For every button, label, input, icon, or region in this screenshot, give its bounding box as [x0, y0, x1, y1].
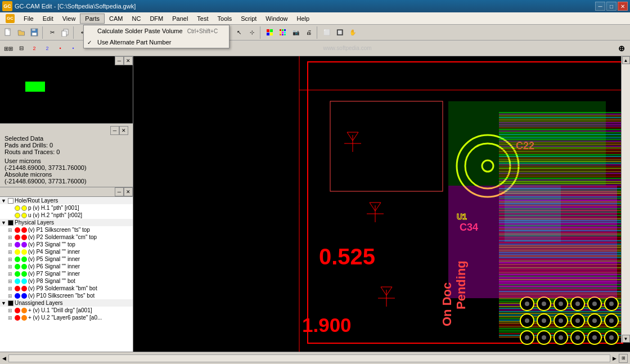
layer-label-p2: (v) P2 Soldermask "cm" top	[28, 234, 97, 240]
layer-grid2-button[interactable]	[277, 26, 289, 39]
minimize-button[interactable]: ─	[595, 2, 605, 11]
left-panel: ─ ✕ ─ ✕ Selected Data Pads and Drills: 0…	[0, 56, 133, 352]
vertical-scrollbar[interactable]: ▲ ▼	[621, 56, 630, 343]
layer-item-p2[interactable]: ⊞ (v) P2 Soldermask "cm" top	[0, 233, 133, 241]
scroll-right-btn[interactable]: ▶	[613, 356, 616, 361]
menu-script[interactable]: Script	[236, 14, 261, 23]
layer-item-p7[interactable]: ⊞ (v) P7 Signal "" inner	[0, 270, 133, 277]
pcb-canvas[interactable]: ▲ ▼	[133, 56, 630, 352]
preview-close-btn[interactable]: ✕	[124, 56, 133, 65]
layer-label-p1: (v) P1 Silkscreen "ts" top	[28, 227, 90, 233]
coords-1: (-21448.69000, 37731.76000)	[4, 164, 128, 171]
menu-parts[interactable]: Parts	[80, 14, 105, 24]
layer-color2	[21, 257, 27, 262]
main-area: ─ ✕ ─ ✕ Selected Data Pads and Drills: 0…	[0, 56, 630, 352]
select-region-button[interactable]: ⬜	[321, 26, 333, 39]
camera-icon[interactable]: 📷	[290, 26, 302, 39]
menu-cam[interactable]: CAM	[105, 14, 127, 23]
layer-btn-5[interactable]: •	[54, 42, 66, 55]
menu-help[interactable]: Help	[292, 14, 314, 23]
svg-rect-22	[280, 32, 281, 33]
close-button[interactable]: ✕	[618, 2, 628, 11]
layer-item-p6[interactable]: ⊞ (v) P6 Signal "" inner	[0, 263, 133, 270]
toolbar-sep-7	[317, 26, 319, 39]
menu-edit[interactable]: Edit	[38, 14, 58, 23]
pan-button[interactable]: ✋	[346, 26, 359, 39]
unassigned-header[interactable]: ▼ Unassigned Layers	[0, 299, 133, 307]
menu-tools[interactable]: Tools	[213, 14, 237, 23]
preview-minus-btn[interactable]: ─	[115, 56, 124, 65]
copy-button[interactable]	[59, 26, 71, 39]
svg-rect-18	[270, 33, 273, 35]
menu-nc[interactable]: NC	[128, 14, 146, 23]
svg-rect-16	[270, 29, 273, 32]
preview-highlight	[25, 82, 45, 92]
layer-item-u2[interactable]: ⊞ + (v) U.2 "Layer6 paste" [a0...	[0, 314, 133, 321]
maximize-button[interactable]: □	[606, 2, 616, 11]
layer-item-p9[interactable]: ⊞ (v) P9 Soldermask "bm" bot	[0, 285, 133, 292]
layer-btn-3[interactable]: 2	[28, 42, 40, 55]
menu-panel[interactable]: Panel	[168, 14, 192, 23]
layer-btn-4[interactable]: 2	[41, 42, 53, 55]
layer-color	[15, 308, 20, 313]
layer-btn-2[interactable]: ⊟	[15, 42, 28, 55]
layer-label-p4: (v) P4 Signal "" inner	[28, 249, 80, 255]
title-bar: GC GC-CAM Edit - [C:\Softpedia\Softpedia…	[0, 0, 630, 12]
corner-btn[interactable]: ⊞	[619, 354, 628, 363]
layer-item-p4[interactable]: ⊞ (v) P4 Signal "" inner	[0, 248, 133, 255]
layer-btn-6[interactable]: •	[67, 42, 79, 55]
layer-color2	[21, 278, 27, 284]
menu-view[interactable]: View	[58, 14, 80, 23]
use-alternate-part-number-item[interactable]: ✓ Use Alternate Part Number	[84, 37, 229, 48]
svg-rect-21	[284, 29, 286, 31]
menu-gc[interactable]: GC	[1, 13, 19, 24]
calculate-solder-paste-item[interactable]: Calculate Solder Paste Volume Ctrl+Shift…	[84, 25, 229, 37]
layer-item-u1[interactable]: ⊞ + (v) U.1 "Drill drg" [a001]	[0, 307, 133, 314]
layer-item-h1[interactable]: p (v) H.1 "pth" [r001]	[0, 204, 133, 212]
layer-color	[15, 278, 20, 284]
layer-label-u1: + (v) U.1 "Drill drg" [a001]	[28, 307, 92, 313]
layer-color2	[21, 227, 27, 233]
preview-controls: ─ ✕	[115, 56, 133, 65]
print-button[interactable]: 🖨	[303, 26, 315, 39]
layer-item-p10[interactable]: ⊞ (v) P10 Silkscreen "bs" bot	[0, 292, 133, 299]
horizontal-scrollbar[interactable]	[8, 354, 610, 362]
layer-close-btn[interactable]: ✕	[124, 187, 133, 196]
zoom-region-button[interactable]: 🔲	[334, 26, 346, 39]
layers-panel: ─ ✕ ▼ Hole/Rout Layers p (v) H.1 "pth" […	[0, 187, 133, 352]
unassigned-group: ▼ Unassigned Layers ⊞ + (v) U.1 "Drill d…	[0, 299, 133, 321]
layer-color	[15, 293, 20, 299]
physical-header[interactable]: ▼ Physical Layers	[0, 219, 133, 226]
save-button[interactable]	[28, 26, 40, 39]
info-close-btn[interactable]: ✕	[119, 126, 128, 135]
menu-file[interactable]: File	[19, 14, 38, 23]
menu-window[interactable]: Window	[261, 14, 292, 23]
special-btn[interactable]: ⊕	[615, 42, 628, 55]
layer-item-p5[interactable]: ⊞ (v) P5 Signal "" inner	[0, 255, 133, 263]
window-title: GC-CAM Edit - [C:\Softpedia\Softpedia.gw…	[15, 3, 136, 10]
layer-item-p8[interactable]: ⊞ (v) P8 Signal "" bot	[0, 277, 133, 285]
svg-rect-5	[32, 33, 37, 35]
info-minus-btn[interactable]: ─	[110, 126, 119, 135]
scroll-down-btn[interactable]: ▼	[622, 335, 630, 343]
select-button[interactable]: ↖	[233, 26, 245, 39]
layer-color2	[21, 293, 27, 299]
new-button[interactable]	[2, 26, 15, 39]
menu-test[interactable]: Test	[192, 14, 213, 23]
select2-button[interactable]: ⊹	[246, 26, 258, 39]
hole-rout-header[interactable]: ▼ Hole/Rout Layers	[0, 197, 133, 204]
layer-minus-btn[interactable]: ─	[115, 187, 124, 196]
open-button[interactable]	[15, 26, 28, 39]
scroll-up-btn[interactable]: ▲	[622, 56, 630, 64]
cut-button[interactable]: ✂	[46, 26, 58, 39]
layer-grid-button[interactable]	[264, 26, 276, 39]
svg-rect-15	[267, 29, 269, 32]
layer-color2	[21, 205, 27, 211]
scroll-left-btn[interactable]: ◀	[2, 356, 6, 361]
layer-item-h2[interactable]: u (v) H.2 "npth" [r002]	[0, 212, 133, 219]
layer-btn-1[interactable]: ⊞⊞	[2, 42, 15, 55]
menu-dfm[interactable]: DFM	[145, 14, 168, 23]
layer-panel-controls: ─ ✕	[0, 187, 133, 197]
layer-item-p1[interactable]: ⊞ (v) P1 Silkscreen "ts" top	[0, 226, 133, 233]
layer-item-p3[interactable]: ⊞ (v) P3 Signal "" top	[0, 241, 133, 248]
